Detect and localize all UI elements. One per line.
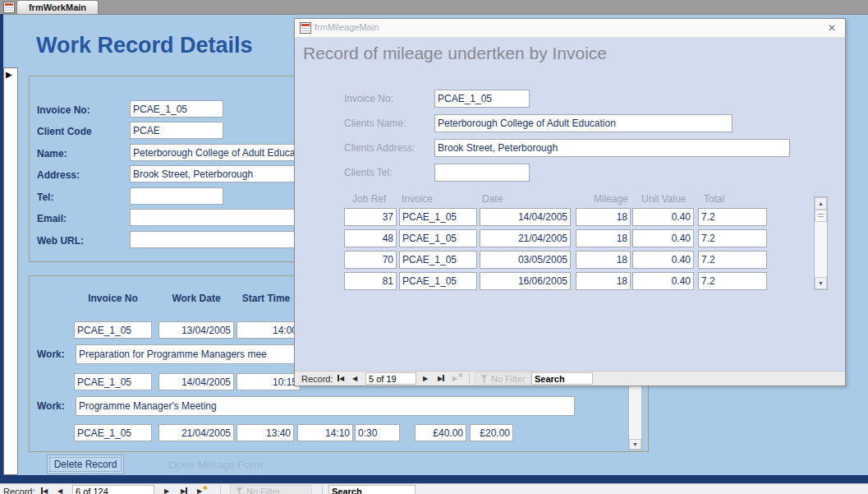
work-row3-start[interactable] [237,424,294,441]
work-row2-description[interactable] [76,396,575,416]
divider [322,486,323,494]
client-code-label: Client Code [37,126,92,137]
first-record-icon[interactable]: ◀ [41,486,48,494]
mileage-row3-jobref[interactable] [344,251,397,269]
next-record-icon[interactable]: ▶ [164,486,169,494]
work-row1-start[interactable] [237,321,301,339]
access-window: frmWorkMain ▶ Work Record Details Invoic… [0,0,868,494]
no-filter-button[interactable]: No Filter [475,372,531,385]
work-row2-start[interactable] [237,373,301,390]
mileage-row1-jobref[interactable] [344,208,397,226]
mileage-row3-invoice[interactable] [399,251,477,269]
delete-record-button[interactable]: Delete Record [47,455,124,474]
record-position-field[interactable] [72,485,154,494]
mileage-row4-unit[interactable] [632,272,694,290]
work-label-1: Work: [37,349,65,360]
scrollbar-down-icon[interactable]: ▼ [629,439,641,450]
previous-record-icon[interactable]: ◀ [57,486,62,494]
new-record-icon[interactable]: ▶✱ [452,373,463,383]
mileage-table-scrollbar[interactable]: ▲ ▼ [814,196,828,290]
work-row2-invoice[interactable] [74,373,152,390]
tab-frmworkmain[interactable]: frmWorkMain [16,0,99,14]
mileage-row4-invoice[interactable] [399,272,477,290]
col-header-job-ref: Job Ref [352,193,386,205]
form-icon [3,2,15,13]
invoice-no-field[interactable] [130,100,223,118]
dlg-clients-name-label: Clients Name: [344,118,406,129]
dialog-title: frmMileageMain [315,22,379,32]
work-row1-invoice[interactable] [74,321,152,339]
record-label: Record: [301,373,333,384]
scrollbar-thumb[interactable] [815,210,827,222]
no-filter-button[interactable]: No Filter [230,485,312,494]
mileage-row1-invoice[interactable] [399,208,477,226]
mileage-row1-date[interactable] [480,208,571,226]
mileage-row3-total[interactable] [698,251,767,269]
email-label: Email: [37,213,67,224]
close-icon[interactable]: ✕ [825,21,838,35]
previous-record-icon[interactable]: ◀ [352,373,357,383]
dlg-clients-name-field[interactable] [434,114,733,132]
mileage-row1-miles[interactable] [576,208,631,226]
work-label-2: Work: [37,400,65,412]
work-row3-date[interactable] [158,424,234,441]
dlg-clients-tel-label: Clients Tel: [344,167,392,178]
form-icon [300,22,311,34]
page-title: Work Record Details [36,33,253,58]
mileage-row1-total[interactable] [698,208,767,226]
new-record-icon[interactable]: ▶✱ [197,486,208,494]
scrollbar-down-icon[interactable]: ▼ [815,277,827,289]
work-row2-date[interactable] [158,373,234,390]
work-row3-amount2[interactable] [470,424,513,441]
client-code-field[interactable] [130,122,223,139]
mileage-row2-jobref[interactable] [344,229,397,247]
dlg-invoice-no-field[interactable] [434,90,530,108]
mileage-row3-date[interactable] [480,251,571,269]
mileage-row2-date[interactable] [480,229,571,247]
record-position-field[interactable] [365,372,416,385]
mileage-row2-miles[interactable] [576,229,631,247]
open-mileage-form-button[interactable]: Open Mileage Form [168,459,263,471]
work-row3-invoice[interactable] [74,424,152,441]
mileage-row4-jobref[interactable] [344,272,397,290]
document-tab-strip [0,0,868,15]
dlg-clients-address-field[interactable] [434,139,790,157]
mileage-row2-total[interactable] [698,229,767,247]
first-record-icon[interactable]: ◀ [338,373,344,383]
window-record-navigator: Record: ◀ ◀ ▶ ▶ ▶✱ No Filter [0,483,868,494]
mileage-row4-total[interactable] [698,272,767,290]
scrollbar-up-icon[interactable]: ▲ [815,197,827,210]
divider [469,373,470,384]
search-input[interactable] [531,372,593,385]
work-row3-amount1[interactable] [415,424,466,441]
dlg-invoice-no-label: Invoice No: [344,93,393,104]
filter-icon [236,487,243,494]
mileage-row4-date[interactable] [480,272,571,290]
filter-icon [480,375,488,383]
dialog-body: Record of mileage undertken by Invoice I… [295,37,845,372]
col-header-invoice: Invoice [402,193,433,205]
next-record-icon[interactable]: ▶ [423,373,428,383]
dialog-titlebar[interactable]: frmMileageMain ✕ [295,19,845,38]
web-url-label: Web URL: [37,235,84,247]
mileage-row4-miles[interactable] [576,272,631,290]
tel-field[interactable] [130,187,223,205]
last-record-icon[interactable]: ▶ [438,373,444,383]
mileage-row2-unit[interactable] [632,229,694,247]
address-label: Address: [37,169,80,181]
dlg-clients-tel-field[interactable] [434,164,530,182]
dlg-clients-address-label: Clients Address: [344,142,416,154]
work-row3-end[interactable] [297,424,353,441]
search-input[interactable] [328,485,416,494]
record-selector-bar[interactable]: ▶ [3,67,18,475]
mileage-row1-unit[interactable] [632,208,694,226]
mileage-row3-miles[interactable] [576,251,631,269]
work-row3-break[interactable] [355,424,400,441]
mileage-dialog: frmMileageMain ✕ Record of mileage under… [294,18,846,386]
work-row1-date[interactable] [158,321,234,339]
last-record-icon[interactable]: ▶ [181,486,187,494]
mileage-row3-unit[interactable] [632,251,694,269]
invoice-no-label: Invoice No: [37,104,90,116]
col-header-start-time: Start Time [237,293,296,304]
mileage-row2-invoice[interactable] [399,229,477,247]
